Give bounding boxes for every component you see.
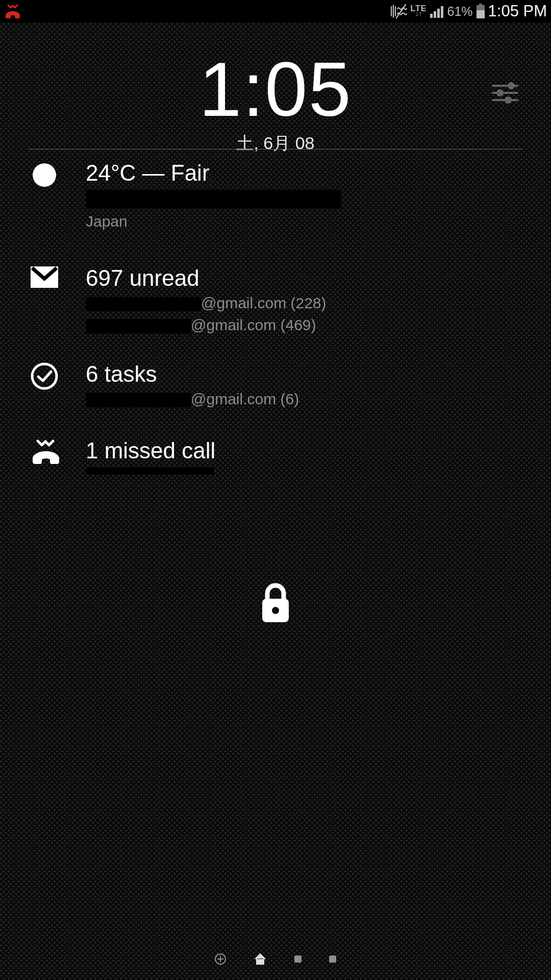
- weather-location: Japan: [86, 211, 417, 232]
- missed-call-icon: [31, 439, 58, 467]
- svg-point-17: [272, 607, 279, 614]
- calls-headline: 1 missed call: [86, 439, 417, 462]
- status-bar: LTE ↓↑ 61% 1:05 PM: [0, 0, 417, 22]
- weather-headline: 24°C — Fair: [86, 161, 417, 185]
- weather-row[interactable]: 24°C — Fair Japan: [31, 161, 417, 232]
- network-type-label: LTE ↓↑: [410, 6, 417, 17]
- redacted-location-line: [86, 190, 341, 208]
- tasks-account-suffix: @gmail.com (6): [191, 390, 299, 407]
- redacted-account-1: [86, 297, 201, 311]
- separator-line: [29, 149, 417, 150]
- missed-call-icon: [4, 4, 21, 18]
- vibrate-silent-icon: [390, 4, 407, 19]
- gmail-account-2-suffix: @gmail.com (469): [191, 316, 316, 333]
- redacted-caller: [86, 468, 214, 475]
- weather-fair-icon: [33, 163, 56, 187]
- clock-date: 土, 6月 08: [0, 132, 417, 155]
- redacted-account-2: [86, 319, 191, 333]
- redacted-tasks-account: [86, 393, 191, 407]
- missed-calls-row[interactable]: 1 missed call: [31, 439, 417, 475]
- gmail-account-1: @gmail.com (228): [86, 293, 417, 314]
- gmail-icon: [31, 266, 58, 294]
- svg-point-15: [32, 364, 57, 388]
- tasks-account: @gmail.com (6): [86, 389, 417, 410]
- svg-line-0: [396, 5, 406, 18]
- gmail-headline: 697 unread: [86, 266, 417, 290]
- tasks-row[interactable]: 6 tasks @gmail.com (6): [31, 362, 417, 410]
- lockscreen-clock-widget[interactable]: 1:05 土, 6月 08: [0, 51, 417, 155]
- tasks-headline: 6 tasks: [86, 362, 417, 386]
- clock-time: 1:05: [0, 51, 417, 128]
- gmail-account-1-suffix: @gmail.com (228): [201, 295, 327, 311]
- tasks-check-icon: [31, 362, 58, 390]
- unlock-handle[interactable]: [257, 581, 294, 625]
- gmail-account-2: @gmail.com (469): [86, 315, 417, 336]
- gmail-row[interactable]: 697 unread @gmail.com (228) @gmail.com (…: [31, 266, 417, 335]
